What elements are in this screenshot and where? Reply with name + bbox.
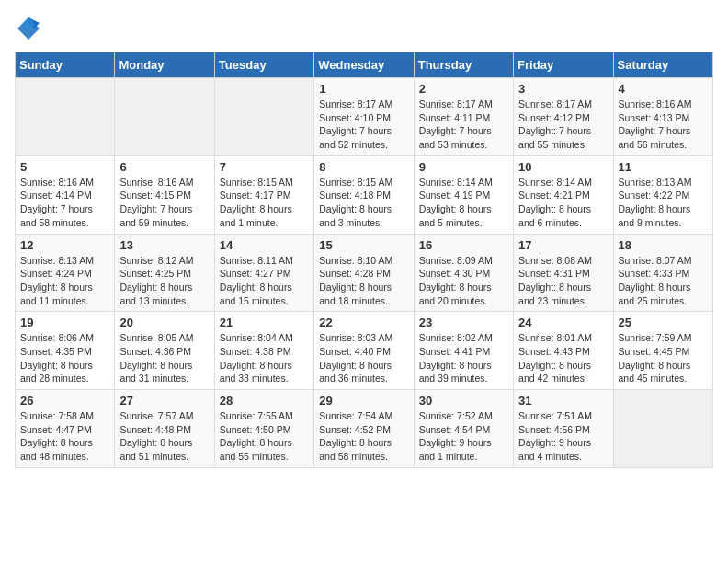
calendar-header-monday: Monday <box>115 52 214 78</box>
calendar-cell: 3Sunrise: 8:17 AM Sunset: 4:12 PM Daylig… <box>514 78 613 156</box>
day-info: Sunrise: 7:59 AM Sunset: 4:45 PM Dayligh… <box>619 331 708 385</box>
calendar-cell: 31Sunrise: 7:51 AM Sunset: 4:56 PM Dayli… <box>514 390 613 468</box>
calendar-cell: 20Sunrise: 8:05 AM Sunset: 4:36 PM Dayli… <box>115 312 214 390</box>
day-info: Sunrise: 7:55 AM Sunset: 4:50 PM Dayligh… <box>220 409 309 464</box>
calendar-cell: 24Sunrise: 8:01 AM Sunset: 4:43 PM Dayli… <box>514 312 613 390</box>
day-info: Sunrise: 8:14 AM Sunset: 4:21 PM Dayligh… <box>518 176 608 230</box>
day-number: 22 <box>319 316 408 329</box>
day-info: Sunrise: 8:13 AM Sunset: 4:22 PM Dayligh… <box>619 176 708 230</box>
day-number: 2 <box>419 82 508 96</box>
calendar-cell: 12Sunrise: 8:13 AM Sunset: 4:24 PM Dayli… <box>16 234 115 312</box>
day-number: 21 <box>220 316 309 329</box>
day-info: Sunrise: 8:16 AM Sunset: 4:13 PM Dayligh… <box>619 98 708 152</box>
day-number: 31 <box>518 394 608 408</box>
calendar-cell <box>16 78 115 156</box>
day-info: Sunrise: 8:17 AM Sunset: 4:11 PM Dayligh… <box>419 98 508 152</box>
day-number: 9 <box>419 160 508 174</box>
day-number: 15 <box>319 238 408 252</box>
calendar-cell: 11Sunrise: 8:13 AM Sunset: 4:22 PM Dayli… <box>613 155 712 234</box>
calendar-header-tuesday: Tuesday <box>214 52 313 78</box>
day-number: 14 <box>220 238 309 252</box>
calendar-cell: 25Sunrise: 7:59 AM Sunset: 4:45 PM Dayli… <box>613 312 712 390</box>
calendar-week-row: 5Sunrise: 8:16 AM Sunset: 4:14 PM Daylig… <box>16 155 713 234</box>
day-info: Sunrise: 8:15 AM Sunset: 4:18 PM Dayligh… <box>319 176 408 230</box>
logo <box>15 15 46 42</box>
calendar-cell: 16Sunrise: 8:09 AM Sunset: 4:30 PM Dayli… <box>414 234 513 312</box>
day-number: 20 <box>119 316 209 329</box>
day-info: Sunrise: 8:11 AM Sunset: 4:27 PM Dayligh… <box>220 254 309 308</box>
calendar-cell: 26Sunrise: 7:58 AM Sunset: 4:47 PM Dayli… <box>16 390 115 468</box>
calendar-cell: 19Sunrise: 8:06 AM Sunset: 4:35 PM Dayli… <box>16 312 115 390</box>
page-container: SundayMondayTuesdayWednesdayThursdayFrid… <box>0 0 728 477</box>
day-info: Sunrise: 7:51 AM Sunset: 4:56 PM Dayligh… <box>518 409 608 464</box>
day-number: 29 <box>319 394 408 408</box>
calendar-cell: 23Sunrise: 8:02 AM Sunset: 4:41 PM Dayli… <box>414 312 513 390</box>
day-number: 5 <box>20 160 109 174</box>
calendar-header-saturday: Saturday <box>613 52 712 78</box>
day-info: Sunrise: 8:01 AM Sunset: 4:43 PM Dayligh… <box>518 331 608 385</box>
day-info: Sunrise: 8:07 AM Sunset: 4:33 PM Dayligh… <box>619 254 708 308</box>
day-info: Sunrise: 7:54 AM Sunset: 4:52 PM Dayligh… <box>319 409 408 464</box>
calendar-week-row: 1Sunrise: 8:17 AM Sunset: 4:10 PM Daylig… <box>16 78 713 156</box>
calendar-cell: 2Sunrise: 8:17 AM Sunset: 4:11 PM Daylig… <box>414 78 513 156</box>
day-number: 19 <box>20 316 109 329</box>
day-info: Sunrise: 8:16 AM Sunset: 4:14 PM Dayligh… <box>20 176 109 230</box>
calendar-cell: 1Sunrise: 8:17 AM Sunset: 4:10 PM Daylig… <box>314 78 414 156</box>
calendar-cell: 21Sunrise: 8:04 AM Sunset: 4:38 PM Dayli… <box>214 312 313 390</box>
day-info: Sunrise: 7:52 AM Sunset: 4:54 PM Dayligh… <box>419 409 508 464</box>
day-number: 4 <box>619 82 708 96</box>
calendar-cell <box>613 390 712 468</box>
calendar-cell: 8Sunrise: 8:15 AM Sunset: 4:18 PM Daylig… <box>314 155 414 234</box>
day-info: Sunrise: 8:14 AM Sunset: 4:19 PM Dayligh… <box>419 176 508 230</box>
day-info: Sunrise: 8:04 AM Sunset: 4:38 PM Dayligh… <box>220 331 309 385</box>
calendar-week-row: 26Sunrise: 7:58 AM Sunset: 4:47 PM Dayli… <box>16 390 713 468</box>
day-number: 23 <box>419 316 508 329</box>
day-info: Sunrise: 8:05 AM Sunset: 4:36 PM Dayligh… <box>119 331 209 385</box>
calendar-cell: 17Sunrise: 8:08 AM Sunset: 4:31 PM Dayli… <box>514 234 613 312</box>
day-number: 6 <box>119 160 209 174</box>
day-number: 28 <box>220 394 309 408</box>
calendar-cell: 22Sunrise: 8:03 AM Sunset: 4:40 PM Dayli… <box>314 312 414 390</box>
day-number: 25 <box>619 316 708 329</box>
day-number: 3 <box>518 82 608 96</box>
calendar-week-row: 12Sunrise: 8:13 AM Sunset: 4:24 PM Dayli… <box>16 234 713 312</box>
day-info: Sunrise: 8:08 AM Sunset: 4:31 PM Dayligh… <box>518 254 608 308</box>
calendar-cell: 7Sunrise: 8:15 AM Sunset: 4:17 PM Daylig… <box>214 155 313 234</box>
calendar-week-row: 19Sunrise: 8:06 AM Sunset: 4:35 PM Dayli… <box>16 312 713 390</box>
calendar-cell: 6Sunrise: 8:16 AM Sunset: 4:15 PM Daylig… <box>115 155 214 234</box>
calendar-cell: 18Sunrise: 8:07 AM Sunset: 4:33 PM Dayli… <box>613 234 712 312</box>
day-number: 7 <box>220 160 309 174</box>
logo-icon <box>15 15 42 42</box>
day-info: Sunrise: 8:16 AM Sunset: 4:15 PM Dayligh… <box>119 176 209 230</box>
calendar-cell: 15Sunrise: 8:10 AM Sunset: 4:28 PM Dayli… <box>314 234 414 312</box>
header-row <box>15 15 713 42</box>
day-info: Sunrise: 8:03 AM Sunset: 4:40 PM Dayligh… <box>319 331 408 385</box>
day-info: Sunrise: 7:58 AM Sunset: 4:47 PM Dayligh… <box>20 409 109 464</box>
calendar-cell: 9Sunrise: 8:14 AM Sunset: 4:19 PM Daylig… <box>414 155 513 234</box>
day-info: Sunrise: 8:13 AM Sunset: 4:24 PM Dayligh… <box>20 254 109 308</box>
day-info: Sunrise: 8:15 AM Sunset: 4:17 PM Dayligh… <box>220 176 309 230</box>
day-number: 17 <box>518 238 608 252</box>
calendar-table: SundayMondayTuesdayWednesdayThursdayFrid… <box>15 52 713 468</box>
calendar-header-wednesday: Wednesday <box>314 52 414 78</box>
day-number: 13 <box>119 238 209 252</box>
calendar-cell: 27Sunrise: 7:57 AM Sunset: 4:48 PM Dayli… <box>115 390 214 468</box>
day-info: Sunrise: 7:57 AM Sunset: 4:48 PM Dayligh… <box>119 409 209 464</box>
calendar-cell: 4Sunrise: 8:16 AM Sunset: 4:13 PM Daylig… <box>613 78 712 156</box>
day-number: 16 <box>419 238 508 252</box>
day-info: Sunrise: 8:06 AM Sunset: 4:35 PM Dayligh… <box>20 331 109 385</box>
calendar-header-row: SundayMondayTuesdayWednesdayThursdayFrid… <box>16 52 713 78</box>
calendar-cell: 30Sunrise: 7:52 AM Sunset: 4:54 PM Dayli… <box>414 390 513 468</box>
calendar-cell <box>115 78 214 156</box>
day-number: 27 <box>119 394 209 408</box>
calendar-cell: 29Sunrise: 7:54 AM Sunset: 4:52 PM Dayli… <box>314 390 414 468</box>
day-number: 12 <box>20 238 109 252</box>
calendar-cell <box>214 78 313 156</box>
day-number: 24 <box>518 316 608 329</box>
calendar-cell: 14Sunrise: 8:11 AM Sunset: 4:27 PM Dayli… <box>214 234 313 312</box>
calendar-cell: 10Sunrise: 8:14 AM Sunset: 4:21 PM Dayli… <box>514 155 613 234</box>
day-info: Sunrise: 8:10 AM Sunset: 4:28 PM Dayligh… <box>319 254 408 308</box>
day-number: 26 <box>20 394 109 408</box>
calendar-header-sunday: Sunday <box>16 52 115 78</box>
day-number: 30 <box>419 394 508 408</box>
